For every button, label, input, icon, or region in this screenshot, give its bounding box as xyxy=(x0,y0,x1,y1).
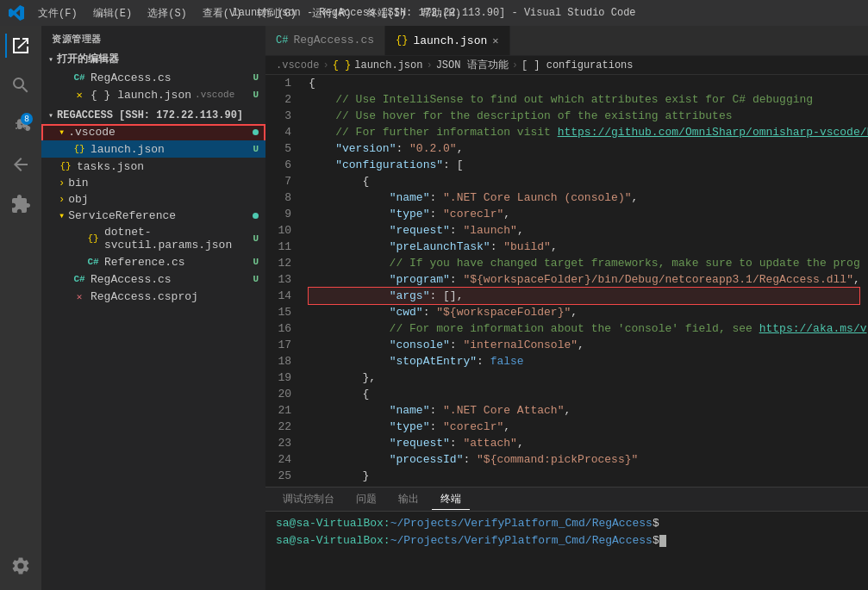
breadcrumb-lang: JSON 语言功能 xyxy=(436,58,509,72)
regaccess-cs-name: RegAccess.cs xyxy=(91,273,172,286)
sr-chevron: ▾ xyxy=(59,209,65,222)
sr-name: ServiceReference xyxy=(68,209,176,222)
vscode-logo-icon xyxy=(9,5,24,21)
launch-badge-u: U xyxy=(253,90,259,100)
tasks-json-icon: {} xyxy=(59,159,72,173)
csharp-file-icon: C# xyxy=(72,71,86,84)
regaccess-cs-file[interactable]: C# RegAccess.cs U xyxy=(41,270,265,288)
terminal-area: 调试控制台 问题 输出 终端 sa@sa-VirtualBox:~/Projec… xyxy=(265,487,868,590)
menu-selection[interactable]: 选择(S) xyxy=(141,4,194,22)
settings-icon[interactable] xyxy=(5,550,36,581)
terminal-cursor xyxy=(659,535,666,547)
open-file-launch[interactable]: ✕ { } launch.json .vscode U xyxy=(41,86,265,103)
line-10: "request": "launch", xyxy=(309,222,859,239)
svcutil-name: dotnet-svcutil.params.json xyxy=(104,226,253,252)
search-icon[interactable] xyxy=(5,70,36,101)
json-file-icon: ✕ xyxy=(72,88,86,102)
line-19: }, xyxy=(309,370,859,386)
svcutil-badge: U xyxy=(253,233,259,244)
reference-cs-file[interactable]: C# Reference.cs U xyxy=(41,253,265,270)
obj-folder[interactable]: › obj xyxy=(41,191,265,208)
launch-json-file[interactable]: {} launch.json U xyxy=(41,140,265,158)
line-20: { xyxy=(309,386,859,402)
line-24: "processId": "${command:pickProcess}" xyxy=(309,451,859,468)
tasks-json-file[interactable]: {} tasks.json xyxy=(41,158,265,175)
launch-tab-icon: {} xyxy=(396,34,408,47)
line-23: "request": "attach", xyxy=(309,435,859,451)
menu-edit[interactable]: 编辑(E) xyxy=(86,4,140,22)
explorer-icon[interactable] xyxy=(5,30,36,61)
line-3: // Use hover for the description of the … xyxy=(309,108,859,124)
line-18: "stopAtEntry": false xyxy=(309,353,859,370)
regaccess-csproj-file[interactable]: ✕ RegAccess.csproj xyxy=(41,288,265,305)
line-6: "configurations": [ xyxy=(309,157,859,173)
bin-folder[interactable]: › bin xyxy=(41,175,265,191)
menu-file[interactable]: 文件(F) xyxy=(31,4,84,22)
csproj-icon: ✕ xyxy=(72,289,86,303)
line-12: // If you have changed target frameworks… xyxy=(309,255,859,271)
breadcrumb-sep-1: › xyxy=(322,59,328,71)
launch-tab-label: launch.json xyxy=(413,34,487,47)
open-editors-label: 打开的编辑器 xyxy=(57,52,119,66)
launch-json-icon: {} xyxy=(72,142,86,156)
folder-chevron: ▾ xyxy=(59,126,65,139)
breadcrumb: .vscode › { } launch.json › JSON 语言功能 › … xyxy=(265,56,868,75)
tab-close-icon[interactable]: ✕ xyxy=(492,34,498,47)
dotnet-svcutil-file[interactable]: {} dotnet-svcutil.params.json U xyxy=(41,224,265,253)
terminal-tab-debug[interactable]: 调试控制台 xyxy=(274,489,343,509)
breadcrumb-vscode: .vscode xyxy=(276,59,319,71)
regaccess-tab-label: RegAccess.cs xyxy=(293,34,374,47)
terminal-line-1: sa@sa-VirtualBox:~/Projects/VerifyPlatfo… xyxy=(276,515,858,532)
line-25: } xyxy=(309,468,859,484)
terminal-dollar-2: $ xyxy=(653,534,659,547)
terminal-prompt-1: sa@sa-VirtualBox: xyxy=(276,517,390,530)
tab-launch[interactable]: {} launch.json ✕ xyxy=(385,26,509,55)
source-control-icon[interactable]: 8 xyxy=(5,109,36,140)
line-11: "preLaunchTask": "build", xyxy=(309,239,859,255)
terminal-tab-bar: 调试控制台 问题 输出 终端 xyxy=(265,488,868,512)
extensions-icon[interactable] xyxy=(5,189,36,220)
regaccess-header[interactable]: ▾ REGACCESS [SSH: 172.22.113.90] xyxy=(41,107,265,124)
window-title: launch.json - RegAccess [SSH: 172.22.113… xyxy=(232,7,635,19)
regaccess-cs-badge: U xyxy=(253,274,259,284)
open-file-vscode-label: .vscode xyxy=(195,90,234,100)
line-7: { xyxy=(309,173,859,189)
reference-cs-name: Reference.cs xyxy=(104,256,185,269)
line-2: // Use IntelliSense to find out which at… xyxy=(309,91,859,108)
line-16: // For more information about the 'conso… xyxy=(309,320,859,337)
service-reference-folder[interactable]: ▾ ServiceReference xyxy=(41,208,265,224)
terminal-tab-problems[interactable]: 问题 xyxy=(347,489,385,509)
terminal-prompt-2: sa@sa-VirtualBox: xyxy=(276,534,390,547)
bin-name: bin xyxy=(68,177,88,189)
folder-name: .vscode xyxy=(68,126,116,139)
terminal-tab-terminal[interactable]: 终端 xyxy=(432,489,470,510)
terminal-dollar-1: $ xyxy=(653,517,659,530)
line-numbers: 123456 789101112 131415161718 1920212223… xyxy=(265,75,300,487)
line-8: "name": ".NET Core Launch (console)", xyxy=(309,189,859,206)
sidebar-title: 资源管理器 xyxy=(41,26,265,49)
line-4: // For further information visit https:/… xyxy=(309,124,859,140)
main-layout: 8 资源管理器 ▾ 打开的编辑器 C# RegAccess.cs U ✕ xyxy=(0,26,868,590)
reference-badge: U xyxy=(253,257,259,267)
breadcrumb-sep-3: › xyxy=(512,59,518,71)
tab-regaccess[interactable]: C# RegAccess.cs xyxy=(265,26,385,55)
obj-chevron: › xyxy=(59,194,65,206)
tab-bar: C# RegAccess.cs {} launch.json ✕ xyxy=(265,26,868,56)
regaccess-cs-icon: C# xyxy=(72,272,86,286)
open-editors-chevron: ▾ xyxy=(48,54,53,65)
line-15: "cwd": "${workspaceFolder}", xyxy=(309,304,859,320)
file-badge-u: U xyxy=(253,72,259,83)
regaccess-chevron: ▾ xyxy=(48,110,53,121)
terminal-tab-output[interactable]: 输出 xyxy=(390,489,428,509)
open-file-regaccess[interactable]: C# RegAccess.cs U xyxy=(41,69,265,86)
vscode-folder[interactable]: ▾ .vscode xyxy=(41,124,265,140)
code-editor[interactable]: 123456 789101112 131415161718 1920212223… xyxy=(265,75,868,487)
line-13: "program": "${workspaceFolder}/bin/Debug… xyxy=(309,271,859,288)
open-editors-header[interactable]: ▾ 打开的编辑器 xyxy=(41,49,265,69)
code-content: { // Use IntelliSense to find out which … xyxy=(300,75,868,487)
debug-icon[interactable] xyxy=(5,149,36,180)
source-control-badge: 8 xyxy=(21,113,33,125)
sidebar: 资源管理器 ▾ 打开的编辑器 C# RegAccess.cs U ✕ { } l… xyxy=(41,26,265,590)
sr-dot xyxy=(253,213,259,219)
bin-chevron: › xyxy=(59,177,65,189)
